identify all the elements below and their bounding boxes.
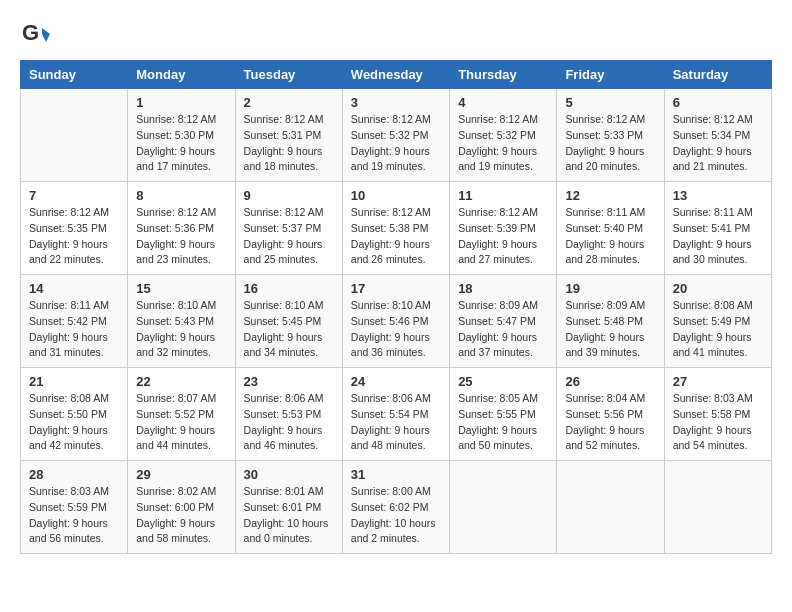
day-info: Sunrise: 8:08 AMSunset: 5:49 PMDaylight:… [673, 298, 763, 361]
day-number: 2 [244, 95, 334, 110]
calendar-cell: 3Sunrise: 8:12 AMSunset: 5:32 PMDaylight… [342, 89, 449, 182]
day-info: Sunrise: 8:05 AMSunset: 5:55 PMDaylight:… [458, 391, 548, 454]
day-number: 5 [565, 95, 655, 110]
calendar-cell: 14Sunrise: 8:11 AMSunset: 5:42 PMDayligh… [21, 275, 128, 368]
day-number: 9 [244, 188, 334, 203]
calendar-cell: 18Sunrise: 8:09 AMSunset: 5:47 PMDayligh… [450, 275, 557, 368]
day-number: 10 [351, 188, 441, 203]
day-number: 26 [565, 374, 655, 389]
calendar-cell: 26Sunrise: 8:04 AMSunset: 5:56 PMDayligh… [557, 368, 664, 461]
day-number: 31 [351, 467, 441, 482]
svg-marker-1 [42, 28, 50, 34]
day-info: Sunrise: 8:12 AMSunset: 5:31 PMDaylight:… [244, 112, 334, 175]
calendar-cell [557, 461, 664, 554]
calendar-cell [21, 89, 128, 182]
day-info: Sunrise: 8:12 AMSunset: 5:39 PMDaylight:… [458, 205, 548, 268]
calendar-cell: 22Sunrise: 8:07 AMSunset: 5:52 PMDayligh… [128, 368, 235, 461]
week-row-2: 7Sunrise: 8:12 AMSunset: 5:35 PMDaylight… [21, 182, 772, 275]
svg-marker-2 [42, 34, 50, 42]
day-info: Sunrise: 8:12 AMSunset: 5:32 PMDaylight:… [351, 112, 441, 175]
day-number: 13 [673, 188, 763, 203]
day-number: 11 [458, 188, 548, 203]
day-number: 18 [458, 281, 548, 296]
day-number: 27 [673, 374, 763, 389]
calendar-cell: 15Sunrise: 8:10 AMSunset: 5:43 PMDayligh… [128, 275, 235, 368]
calendar-cell: 12Sunrise: 8:11 AMSunset: 5:40 PMDayligh… [557, 182, 664, 275]
day-info: Sunrise: 8:12 AMSunset: 5:38 PMDaylight:… [351, 205, 441, 268]
day-number: 19 [565, 281, 655, 296]
day-number: 15 [136, 281, 226, 296]
calendar-cell: 16Sunrise: 8:10 AMSunset: 5:45 PMDayligh… [235, 275, 342, 368]
day-number: 23 [244, 374, 334, 389]
calendar-cell: 5Sunrise: 8:12 AMSunset: 5:33 PMDaylight… [557, 89, 664, 182]
calendar-cell: 29Sunrise: 8:02 AMSunset: 6:00 PMDayligh… [128, 461, 235, 554]
day-info: Sunrise: 8:09 AMSunset: 5:47 PMDaylight:… [458, 298, 548, 361]
day-info: Sunrise: 8:01 AMSunset: 6:01 PMDaylight:… [244, 484, 334, 547]
day-info: Sunrise: 8:11 AMSunset: 5:40 PMDaylight:… [565, 205, 655, 268]
calendar-cell: 20Sunrise: 8:08 AMSunset: 5:49 PMDayligh… [664, 275, 771, 368]
calendar-cell [450, 461, 557, 554]
col-header-monday: Monday [128, 61, 235, 89]
day-number: 20 [673, 281, 763, 296]
page-header: G [20, 20, 772, 50]
week-row-1: 1Sunrise: 8:12 AMSunset: 5:30 PMDaylight… [21, 89, 772, 182]
day-info: Sunrise: 8:10 AMSunset: 5:46 PMDaylight:… [351, 298, 441, 361]
col-header-saturday: Saturday [664, 61, 771, 89]
calendar-cell: 1Sunrise: 8:12 AMSunset: 5:30 PMDaylight… [128, 89, 235, 182]
day-info: Sunrise: 8:03 AMSunset: 5:58 PMDaylight:… [673, 391, 763, 454]
day-info: Sunrise: 8:03 AMSunset: 5:59 PMDaylight:… [29, 484, 119, 547]
day-info: Sunrise: 8:08 AMSunset: 5:50 PMDaylight:… [29, 391, 119, 454]
calendar-cell: 27Sunrise: 8:03 AMSunset: 5:58 PMDayligh… [664, 368, 771, 461]
day-info: Sunrise: 8:11 AMSunset: 5:41 PMDaylight:… [673, 205, 763, 268]
calendar-cell: 30Sunrise: 8:01 AMSunset: 6:01 PMDayligh… [235, 461, 342, 554]
day-number: 28 [29, 467, 119, 482]
day-number: 17 [351, 281, 441, 296]
calendar-table: SundayMondayTuesdayWednesdayThursdayFrid… [20, 60, 772, 554]
day-number: 7 [29, 188, 119, 203]
day-number: 29 [136, 467, 226, 482]
calendar-cell: 8Sunrise: 8:12 AMSunset: 5:36 PMDaylight… [128, 182, 235, 275]
day-info: Sunrise: 8:10 AMSunset: 5:45 PMDaylight:… [244, 298, 334, 361]
col-header-thursday: Thursday [450, 61, 557, 89]
calendar-cell: 11Sunrise: 8:12 AMSunset: 5:39 PMDayligh… [450, 182, 557, 275]
col-header-friday: Friday [557, 61, 664, 89]
day-info: Sunrise: 8:11 AMSunset: 5:42 PMDaylight:… [29, 298, 119, 361]
day-info: Sunrise: 8:04 AMSunset: 5:56 PMDaylight:… [565, 391, 655, 454]
day-info: Sunrise: 8:06 AMSunset: 5:53 PMDaylight:… [244, 391, 334, 454]
calendar-cell: 19Sunrise: 8:09 AMSunset: 5:48 PMDayligh… [557, 275, 664, 368]
day-info: Sunrise: 8:12 AMSunset: 5:34 PMDaylight:… [673, 112, 763, 175]
day-info: Sunrise: 8:00 AMSunset: 6:02 PMDaylight:… [351, 484, 441, 547]
calendar-cell: 17Sunrise: 8:10 AMSunset: 5:46 PMDayligh… [342, 275, 449, 368]
day-info: Sunrise: 8:02 AMSunset: 6:00 PMDaylight:… [136, 484, 226, 547]
col-header-tuesday: Tuesday [235, 61, 342, 89]
calendar-cell: 24Sunrise: 8:06 AMSunset: 5:54 PMDayligh… [342, 368, 449, 461]
day-info: Sunrise: 8:12 AMSunset: 5:32 PMDaylight:… [458, 112, 548, 175]
col-header-wednesday: Wednesday [342, 61, 449, 89]
week-row-3: 14Sunrise: 8:11 AMSunset: 5:42 PMDayligh… [21, 275, 772, 368]
calendar-cell: 9Sunrise: 8:12 AMSunset: 5:37 PMDaylight… [235, 182, 342, 275]
day-number: 24 [351, 374, 441, 389]
day-number: 3 [351, 95, 441, 110]
calendar-cell: 28Sunrise: 8:03 AMSunset: 5:59 PMDayligh… [21, 461, 128, 554]
calendar-cell: 25Sunrise: 8:05 AMSunset: 5:55 PMDayligh… [450, 368, 557, 461]
day-number: 12 [565, 188, 655, 203]
day-number: 30 [244, 467, 334, 482]
day-info: Sunrise: 8:12 AMSunset: 5:33 PMDaylight:… [565, 112, 655, 175]
day-info: Sunrise: 8:12 AMSunset: 5:35 PMDaylight:… [29, 205, 119, 268]
calendar-cell: 6Sunrise: 8:12 AMSunset: 5:34 PMDaylight… [664, 89, 771, 182]
logo: G [20, 20, 54, 50]
week-row-5: 28Sunrise: 8:03 AMSunset: 5:59 PMDayligh… [21, 461, 772, 554]
calendar-cell: 13Sunrise: 8:11 AMSunset: 5:41 PMDayligh… [664, 182, 771, 275]
calendar-cell: 23Sunrise: 8:06 AMSunset: 5:53 PMDayligh… [235, 368, 342, 461]
calendar-cell: 21Sunrise: 8:08 AMSunset: 5:50 PMDayligh… [21, 368, 128, 461]
day-info: Sunrise: 8:07 AMSunset: 5:52 PMDaylight:… [136, 391, 226, 454]
day-info: Sunrise: 8:10 AMSunset: 5:43 PMDaylight:… [136, 298, 226, 361]
week-row-4: 21Sunrise: 8:08 AMSunset: 5:50 PMDayligh… [21, 368, 772, 461]
day-number: 21 [29, 374, 119, 389]
calendar-cell [664, 461, 771, 554]
day-number: 4 [458, 95, 548, 110]
day-number: 25 [458, 374, 548, 389]
calendar-cell: 7Sunrise: 8:12 AMSunset: 5:35 PMDaylight… [21, 182, 128, 275]
day-info: Sunrise: 8:12 AMSunset: 5:36 PMDaylight:… [136, 205, 226, 268]
col-header-sunday: Sunday [21, 61, 128, 89]
